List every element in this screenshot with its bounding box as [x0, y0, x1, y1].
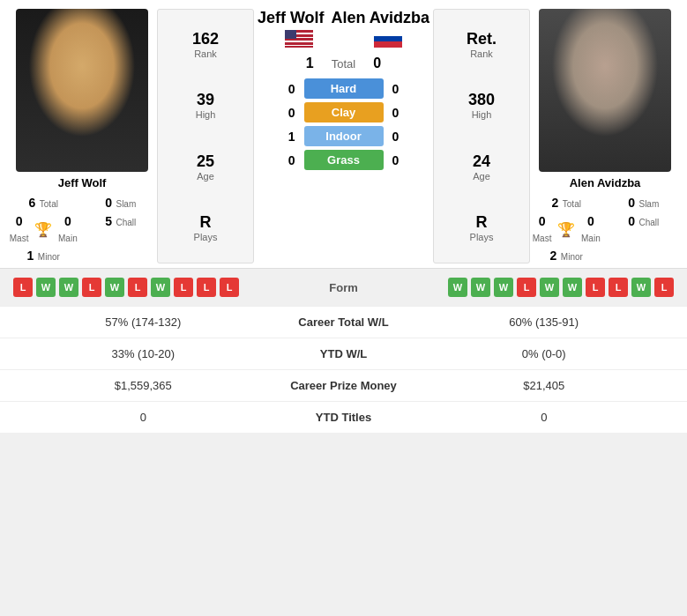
top-section: Jeff Wolf 6 Total 0 Slam 0 Mast 🏆 [0, 0, 687, 268]
form-section: LWWLWLWLLL Form WWWLWWLLWL [0, 268, 687, 306]
left-main-label: Main [58, 234, 78, 243]
form-left-badge-5: L [128, 278, 147, 297]
right-total-label: Total [563, 199, 581, 209]
form-left-badge-8: L [197, 278, 216, 297]
surf-right-score-0: 0 [392, 82, 406, 96]
right-high-value: 380 [468, 91, 495, 109]
left-plays-item: R Plays [194, 211, 218, 245]
center-flags-row [254, 30, 433, 48]
form-label: Form [309, 281, 379, 294]
right-stats-panel: Ret. Rank 380 High 24 Age R Plays [433, 9, 530, 263]
left-high-value: 39 [196, 91, 216, 109]
left-high-label: High [196, 109, 216, 120]
form-right-badge-5: W [563, 278, 582, 297]
surf-btn-hard[interactable]: Hard [304, 78, 384, 99]
left-mast-item: 0 Mast 🏆 0 Main [7, 213, 80, 245]
form-left-badge-4: W [105, 278, 124, 297]
left-minor-value: 1 [27, 249, 34, 263]
form-left: LWWLWLWLLL [13, 278, 300, 297]
stats-row-3: 0 YTD Titles 0 [0, 401, 687, 433]
left-plays-label: Plays [194, 232, 218, 242]
left-plays-value: R [194, 213, 218, 232]
form-left-badge-7: L [174, 278, 193, 297]
stats-row-right-1: 0% (0-0) [414, 347, 675, 360]
stats-row-2: $1,559,365 Career Prize Money $21,405 [0, 369, 687, 401]
stats-row-left-3: 0 [13, 411, 273, 424]
surf-btn-indoor[interactable]: Indoor [304, 126, 384, 146]
right-player-photo [539, 9, 671, 172]
stats-row-1: 33% (10-20) YTD W/L 0% (0-0) [0, 338, 687, 369]
center-names-row: Jeff Wolf Alen Avidzba [254, 9, 433, 27]
surf-btn-grass[interactable]: Grass [304, 150, 384, 170]
center-column: Jeff Wolf Alen Avidzba 1 Total 0 0 Hard … [254, 9, 433, 263]
stats-row-center-3: YTD Titles [273, 411, 414, 424]
left-chall-item: 5 Chall [85, 213, 158, 245]
surf-btn-clay[interactable]: Clay [304, 102, 384, 122]
form-left-badge-1: W [36, 278, 56, 297]
left-high-item: 39 High [196, 88, 216, 122]
right-minor-value: 2 [550, 249, 557, 263]
stats-row-center-1: YTD W/L [273, 347, 414, 360]
center-score-row: 1 Total 0 [306, 56, 381, 71]
surf-right-score-2: 0 [392, 130, 406, 144]
right-player-name: Alen Avidzba [570, 176, 641, 189]
form-right: WWWLWWLLWL [388, 278, 675, 297]
right-age-item: 24 Age [473, 150, 490, 184]
surfaces-list: 0 Hard 0 0 Clay 0 1 Indoor 0 0 Grass 0 [254, 78, 433, 170]
flag-russia [374, 30, 402, 48]
stats-row-0: 57% (174-132) Career Total W/L 60% (135-… [0, 306, 687, 338]
stats-row-center-2: Career Prize Money [273, 379, 414, 392]
left-player-photo [16, 9, 148, 172]
form-left-badge-6: W [151, 278, 170, 297]
form-right-badge-3: L [517, 278, 536, 297]
form-left-badge-0: L [13, 278, 33, 297]
left-player-stats: 6 Total 0 Slam 0 Mast 🏆 0 Main [7, 195, 157, 263]
stats-row-left-0: 57% (174-132) [13, 315, 273, 329]
surf-left-score-2: 1 [282, 130, 295, 144]
right-mast-value: 0 [539, 214, 546, 228]
left-rank-item: 162 Rank [192, 27, 219, 62]
form-right-badge-1: W [471, 278, 490, 297]
left-name-center: Jeff Wolf [258, 9, 325, 27]
form-right-badge-2: W [494, 278, 513, 297]
form-left-badge-9: L [220, 278, 239, 297]
right-chall-item: 0 Chall [608, 213, 681, 245]
surf-left-score-0: 0 [282, 82, 295, 96]
left-total-label: Total [40, 199, 58, 209]
right-plays-value: R [470, 213, 494, 232]
right-chall-value: 0 [628, 214, 635, 228]
right-plays-item: R Plays [470, 211, 494, 245]
form-right-badge-6: L [586, 278, 605, 297]
left-chall-value: 5 [105, 214, 112, 228]
stats-row-right-3: 0 [414, 411, 675, 424]
right-main-value: 0 [587, 214, 594, 228]
left-stats-panel: 162 Rank 39 High 25 Age R Plays [157, 9, 254, 263]
main-container: Jeff Wolf 6 Total 0 Slam 0 Mast 🏆 [0, 0, 687, 433]
form-right-badge-9: L [654, 278, 674, 297]
right-rank-label: Rank [467, 48, 497, 59]
stats-rows: 57% (174-132) Career Total W/L 60% (135-… [0, 306, 687, 433]
form-right-badge-0: W [448, 278, 467, 297]
left-age-item: 25 Age [197, 150, 214, 184]
form-left-badge-3: L [82, 278, 101, 297]
surface-row-hard: 0 Hard 0 [254, 78, 433, 99]
form-right-badge-8: W [631, 278, 651, 297]
right-player-stats: 2 Total 0 Slam 0 Mast 🏆 0 Main [530, 195, 680, 263]
left-rank-value: 162 [192, 30, 219, 48]
surf-right-score-3: 0 [392, 153, 406, 167]
total-label: Total [332, 57, 355, 71]
left-age-label: Age [197, 171, 214, 182]
left-player-name: Jeff Wolf [58, 176, 107, 189]
surface-row-grass: 0 Grass 0 [254, 150, 433, 170]
flag-usa [285, 30, 313, 48]
right-minor-item: 2 Minor [530, 248, 603, 263]
right-total-item: 2 Total [530, 195, 603, 211]
left-mast-label: Mast [10, 234, 29, 243]
right-player-column: Alen Avidzba 2 Total 0 Slam 0 Mast 🏆 [530, 9, 680, 263]
left-chall-label: Chall [116, 218, 136, 227]
right-rank-value: Ret. [467, 30, 497, 48]
left-total-item: 6 Total [7, 195, 80, 211]
right-mast-label: Mast [533, 234, 552, 243]
left-slam-value: 0 [105, 196, 112, 210]
right-plays-label: Plays [470, 232, 494, 242]
